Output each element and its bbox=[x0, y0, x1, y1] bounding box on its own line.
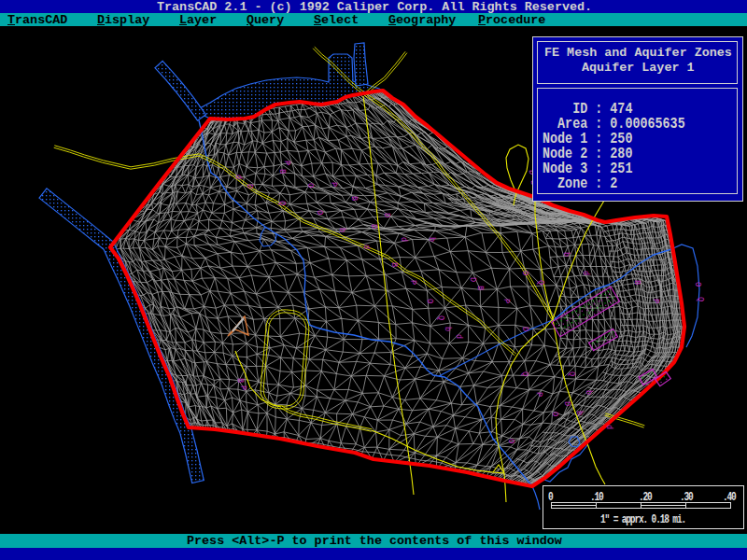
svg-text:O: O bbox=[425, 299, 434, 303]
svg-text:b: b bbox=[584, 390, 593, 395]
svg-text:O: O bbox=[693, 282, 702, 287]
svg-text:P: P bbox=[651, 299, 660, 303]
svg-text:O: O bbox=[315, 210, 324, 215]
svg-text:d: d bbox=[399, 237, 408, 242]
svg-text:b: b bbox=[427, 237, 436, 242]
svg-text:Q: Q bbox=[520, 371, 529, 376]
svg-text:P: P bbox=[282, 161, 291, 165]
svg-text:d: d bbox=[581, 271, 590, 275]
svg-text:D: D bbox=[468, 277, 477, 282]
svg-text:d: d bbox=[233, 175, 243, 179]
svg-text:P: P bbox=[329, 182, 338, 187]
svg-text:P: P bbox=[408, 280, 417, 285]
svg-text:P: P bbox=[534, 392, 543, 397]
svg-text:B: B bbox=[277, 169, 287, 174]
svg-text:b: b bbox=[443, 327, 452, 331]
svg-text:Q: Q bbox=[567, 371, 576, 376]
svg-text:O: O bbox=[550, 412, 559, 416]
svg-text:O: O bbox=[520, 271, 529, 275]
svg-text:Q: Q bbox=[436, 315, 445, 320]
svg-text:d: d bbox=[361, 245, 371, 249]
svg-text:b: b bbox=[337, 228, 346, 232]
svg-text:Q: Q bbox=[696, 297, 705, 301]
svg-text:D: D bbox=[382, 213, 391, 217]
svg-text:b: b bbox=[574, 411, 584, 415]
svg-text:B: B bbox=[349, 196, 359, 201]
svg-text:B: B bbox=[632, 280, 641, 285]
svg-text:b: b bbox=[561, 252, 571, 257]
svg-text:Q: Q bbox=[536, 280, 545, 285]
svg-text:P: P bbox=[501, 299, 511, 303]
svg-text:B: B bbox=[235, 378, 245, 383]
svg-text:D: D bbox=[245, 184, 254, 189]
svg-text:P: P bbox=[238, 385, 247, 390]
svg-text:d: d bbox=[604, 425, 613, 429]
svg-text:O: O bbox=[506, 439, 515, 443]
svg-text:D: D bbox=[369, 224, 378, 229]
svg-text:B: B bbox=[475, 286, 485, 290]
svg-text:Q: Q bbox=[277, 201, 287, 205]
svg-text:D: D bbox=[520, 327, 529, 331]
svg-text:B: B bbox=[389, 262, 399, 267]
svg-text:O: O bbox=[305, 183, 315, 188]
svg-text:D: D bbox=[562, 401, 571, 406]
svg-text:d: d bbox=[454, 334, 463, 339]
